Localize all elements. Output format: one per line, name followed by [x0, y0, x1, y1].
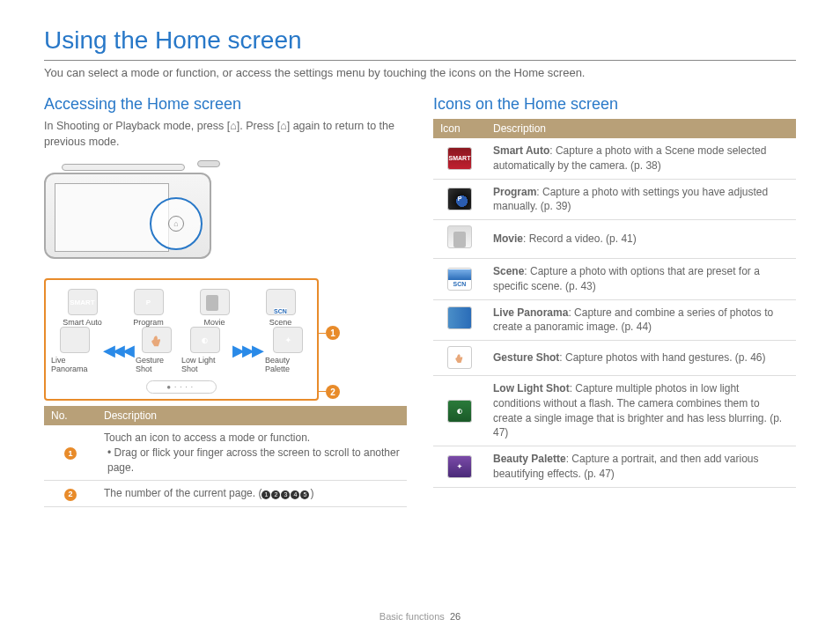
label-pano: Live Panorama — [51, 356, 99, 373]
lowlight-name: Low Light Shot — [493, 382, 570, 394]
icon-live-panorama: Live Panorama — [51, 327, 99, 373]
header-desc: Description — [97, 406, 407, 425]
scene-name: Scene — [493, 265, 524, 277]
camera-shutter — [197, 160, 220, 167]
smart-auto-icon: SMART — [447, 147, 472, 170]
home-icon: ⌂ — [280, 120, 287, 132]
beauty-icon: ✦ — [447, 455, 472, 478]
callout-2: 2 — [326, 385, 340, 399]
label-movie: Movie — [203, 318, 225, 327]
label-beauty: Beauty Palette — [265, 356, 312, 373]
home-button-callout-circle: ⌂ — [150, 197, 203, 250]
label-lowlight: Low Light Shot — [181, 356, 229, 373]
home-icon-grid-row1: SMARTSmart Auto PProgram Movie SCNScene — [51, 289, 312, 327]
icon-smart-auto: SMARTSmart Auto — [51, 289, 114, 327]
arrow-right-icon: ▶▶▶ — [232, 343, 262, 358]
camera-body: ⌂ — [44, 173, 211, 259]
gesture-icon — [447, 346, 472, 369]
label-scene: Scene — [269, 318, 292, 327]
movie-name: Movie — [493, 232, 523, 245]
callout-1: 1 — [326, 326, 340, 340]
table-row: 2 The number of the current page. (12345… — [44, 481, 407, 507]
table-row: P Program: Capture a photo with settings… — [433, 179, 796, 220]
page-indicator: ●···· — [146, 380, 217, 394]
beauty-name: Beauty Palette — [493, 453, 566, 465]
callout-line-2 — [317, 391, 326, 392]
program-name: Program — [493, 186, 536, 198]
home-button-icon: ⌂ — [168, 216, 184, 232]
row2-desc: The number of the current page. (12345) — [97, 481, 407, 507]
icon-movie: Movie — [183, 289, 246, 327]
panorama-icon — [447, 306, 472, 329]
table-header-row: No. Description — [44, 406, 407, 425]
page-title: Using the Home screen — [44, 26, 796, 55]
lowlight-icon: ◐ — [447, 400, 472, 423]
home-screen-mock: SMARTSmart Auto PProgram Movie SCNScene … — [44, 278, 319, 401]
home-icon-grid-row2: Live Panorama ◀◀◀ Gesture Shot ◐Low Ligh… — [51, 327, 312, 373]
arrow-left-icon: ◀◀◀ — [103, 343, 132, 358]
label-program: Program — [133, 318, 164, 327]
label-smart-auto: Smart Auto — [63, 318, 102, 327]
label-gesture: Gesture Shot — [136, 356, 178, 373]
gesture-desc: : Capture photos with hand gestures. (p.… — [559, 351, 765, 364]
row1-desc: Touch an icon to access a mode or functi… — [97, 425, 407, 481]
scene-icon: SCN — [447, 268, 472, 291]
camera-illustration: ⌂ — [44, 160, 238, 266]
scene-desc: : Capture a photo with options that are … — [493, 265, 760, 292]
table-row: ✦ Beauty Palette: Capture a portrait, an… — [433, 446, 796, 488]
two-column-layout: Accessing the Home screen In Shooting or… — [44, 95, 796, 507]
home-screen-mock-wrap: SMARTSmart Auto PProgram Movie SCNScene … — [44, 278, 343, 401]
page-footer: Basic functions 26 — [0, 611, 840, 622]
right-heading: Icons on the Home screen — [433, 95, 796, 114]
movie-icon — [447, 225, 472, 248]
home-icon: ⌂ — [230, 120, 237, 132]
table-row: 1 Touch an icon to access a mode or func… — [44, 425, 407, 481]
row1-bullet: Drag or flick your finger across the scr… — [107, 446, 400, 476]
subtext-part-b: ]. Press [ — [237, 120, 280, 132]
left-subtext: In Shooting or Playback mode, press [⌂].… — [44, 119, 407, 150]
badge-1: 1 — [64, 447, 77, 460]
footer-page-number: 26 — [450, 611, 461, 622]
intro-text: You can select a mode or function, or ac… — [44, 66, 796, 79]
subtext-part-a: In Shooting or Playback mode, press [ — [44, 120, 230, 132]
right-column: Icons on the Home screen Icon Descriptio… — [433, 95, 796, 507]
smart-auto-name: Smart Auto — [493, 144, 549, 157]
icon-gesture-shot: Gesture Shot — [136, 327, 178, 373]
table-row: Live Panorama: Capture and combine a ser… — [433, 299, 796, 341]
callout-line-1 — [317, 333, 326, 334]
icon-scene: SCNScene — [249, 289, 312, 327]
icon-low-light: ◐Low Light Shot — [181, 327, 229, 373]
gesture-name: Gesture Shot — [493, 351, 559, 364]
page-badges: 12345 — [262, 487, 310, 499]
callout-description-table: No. Description 1 Touch an icon to acces… — [44, 406, 407, 507]
icon-description-table: Icon Description SMART Smart Auto: Captu… — [433, 119, 796, 488]
movie-desc: : Record a video. (p. 41) — [523, 232, 637, 245]
footer-section: Basic functions — [379, 611, 445, 622]
camera-top-edge — [62, 164, 185, 171]
header-description: Description — [486, 119, 796, 138]
badge-2: 2 — [64, 489, 77, 501]
panorama-name: Live Panorama — [493, 306, 568, 319]
program-icon: P — [447, 188, 472, 210]
header-no: No. — [44, 406, 97, 425]
icon-program: PProgram — [117, 289, 180, 327]
table-row: Movie: Record a video. (p. 41) — [433, 220, 796, 259]
table-header-row: Icon Description — [433, 119, 796, 138]
table-row: SMART Smart Auto: Capture a photo with a… — [433, 138, 796, 179]
table-row: Gesture Shot: Capture photos with hand g… — [433, 341, 796, 376]
table-row: ◐ Low Light Shot: Capture multiple photo… — [433, 375, 796, 446]
icon-beauty-palette: ✦Beauty Palette — [265, 327, 312, 373]
title-rule — [44, 60, 796, 61]
left-heading: Accessing the Home screen — [44, 95, 407, 114]
row1-line1: Touch an icon to access a mode or functi… — [104, 431, 310, 444]
row2-text: The number of the current page. ( — [104, 487, 262, 499]
table-row: SCN Scene: Capture a photo with options … — [433, 258, 796, 299]
left-column: Accessing the Home screen In Shooting or… — [44, 95, 407, 507]
header-icon: Icon — [433, 119, 486, 138]
